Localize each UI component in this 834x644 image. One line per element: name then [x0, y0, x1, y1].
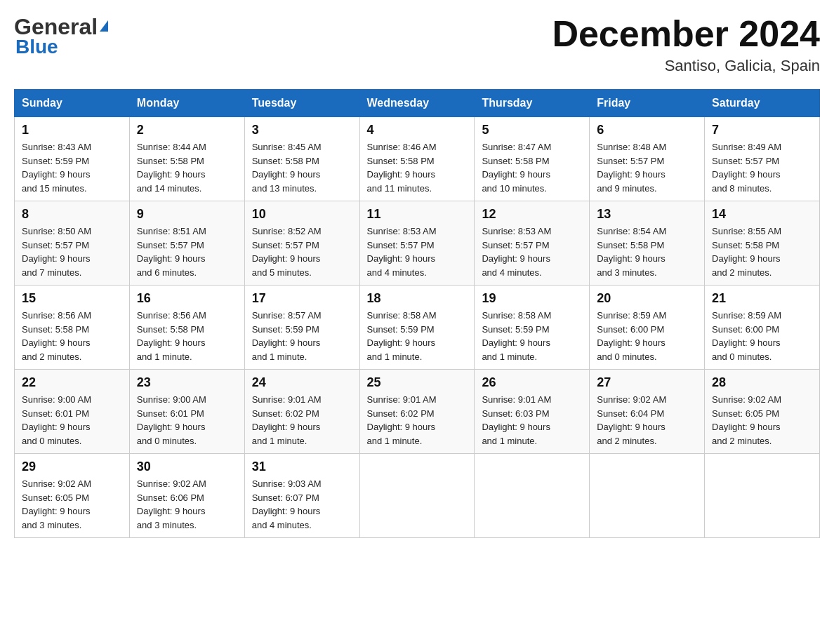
day-of-week-header: Saturday	[705, 90, 820, 117]
day-info: Sunrise: 9:02 AM Sunset: 6:04 PM Dayligh…	[597, 393, 697, 448]
day-number: 9	[137, 207, 237, 222]
calendar-day-cell: 15Sunrise: 8:56 AM Sunset: 5:58 PM Dayli…	[15, 286, 130, 370]
calendar-week-row: 1Sunrise: 8:43 AM Sunset: 5:59 PM Daylig…	[15, 117, 820, 201]
calendar-day-cell: 11Sunrise: 8:53 AM Sunset: 5:57 PM Dayli…	[359, 201, 475, 286]
calendar-day-cell: 13Sunrise: 8:54 AM Sunset: 5:58 PM Dayli…	[590, 201, 705, 286]
day-info: Sunrise: 8:56 AM Sunset: 5:58 PM Dayligh…	[137, 309, 237, 363]
calendar-week-row: 8Sunrise: 8:50 AM Sunset: 5:57 PM Daylig…	[15, 201, 820, 286]
calendar-day-cell: 8Sunrise: 8:50 AM Sunset: 5:57 PM Daylig…	[15, 201, 130, 286]
calendar-day-cell	[705, 454, 820, 538]
day-info: Sunrise: 9:02 AM Sunset: 6:06 PM Dayligh…	[137, 477, 237, 532]
day-info: Sunrise: 8:53 AM Sunset: 5:57 PM Dayligh…	[482, 224, 582, 279]
day-number: 29	[22, 459, 122, 474]
day-of-week-header: Tuesday	[244, 90, 359, 117]
day-number: 27	[597, 375, 697, 390]
day-number: 16	[137, 291, 237, 306]
day-of-week-header: Thursday	[475, 90, 590, 117]
calendar-day-cell: 29Sunrise: 9:02 AM Sunset: 6:05 PM Dayli…	[15, 454, 130, 538]
day-info: Sunrise: 9:00 AM Sunset: 6:01 PM Dayligh…	[137, 393, 237, 448]
day-info: Sunrise: 9:00 AM Sunset: 6:01 PM Dayligh…	[22, 393, 122, 448]
calendar-day-cell: 26Sunrise: 9:01 AM Sunset: 6:03 PM Dayli…	[475, 370, 590, 454]
day-info: Sunrise: 8:59 AM Sunset: 6:00 PM Dayligh…	[712, 309, 812, 363]
day-number: 25	[367, 375, 468, 390]
day-number: 11	[367, 207, 468, 222]
title-block: December 2024 Santiso, Galicia, Spain	[552, 14, 820, 75]
calendar-day-cell: 4Sunrise: 8:46 AM Sunset: 5:58 PM Daylig…	[359, 117, 475, 201]
calendar-week-row: 22Sunrise: 9:00 AM Sunset: 6:01 PM Dayli…	[15, 370, 820, 454]
day-number: 14	[712, 207, 812, 222]
calendar-day-cell: 7Sunrise: 8:49 AM Sunset: 5:57 PM Daylig…	[705, 117, 820, 201]
calendar-title: December 2024	[552, 14, 820, 54]
calendar-table: SundayMondayTuesdayWednesdayThursdayFrid…	[14, 89, 820, 538]
day-info: Sunrise: 9:03 AM Sunset: 6:07 PM Dayligh…	[252, 477, 352, 532]
day-info: Sunrise: 8:49 AM Sunset: 5:57 PM Dayligh…	[712, 140, 812, 195]
day-info: Sunrise: 8:50 AM Sunset: 5:57 PM Dayligh…	[22, 224, 122, 279]
calendar-day-cell: 9Sunrise: 8:51 AM Sunset: 5:57 PM Daylig…	[129, 201, 244, 286]
calendar-day-cell: 27Sunrise: 9:02 AM Sunset: 6:04 PM Dayli…	[590, 370, 705, 454]
day-info: Sunrise: 8:51 AM Sunset: 5:57 PM Dayligh…	[137, 224, 237, 279]
calendar-day-cell: 18Sunrise: 8:58 AM Sunset: 5:59 PM Dayli…	[359, 286, 475, 370]
calendar-day-cell: 14Sunrise: 8:55 AM Sunset: 5:58 PM Dayli…	[705, 201, 820, 286]
calendar-subtitle: Santiso, Galicia, Spain	[552, 57, 820, 75]
day-number: 4	[367, 123, 468, 137]
day-info: Sunrise: 8:55 AM Sunset: 5:58 PM Dayligh…	[712, 224, 812, 279]
day-info: Sunrise: 8:43 AM Sunset: 5:59 PM Dayligh…	[22, 140, 122, 195]
day-number: 23	[137, 375, 237, 390]
logo: General Blue	[14, 14, 108, 58]
day-number: 28	[712, 375, 812, 390]
calendar-day-cell: 22Sunrise: 9:00 AM Sunset: 6:01 PM Dayli…	[15, 370, 130, 454]
logo-blue-text: Blue	[15, 36, 58, 58]
day-info: Sunrise: 9:02 AM Sunset: 6:05 PM Dayligh…	[712, 393, 812, 448]
day-number: 31	[252, 459, 352, 474]
day-number: 17	[252, 291, 352, 306]
day-info: Sunrise: 9:01 AM Sunset: 6:02 PM Dayligh…	[252, 393, 352, 448]
day-info: Sunrise: 8:56 AM Sunset: 5:58 PM Dayligh…	[22, 309, 122, 363]
calendar-day-cell: 30Sunrise: 9:02 AM Sunset: 6:06 PM Dayli…	[129, 454, 244, 538]
calendar-day-cell: 28Sunrise: 9:02 AM Sunset: 6:05 PM Dayli…	[705, 370, 820, 454]
day-info: Sunrise: 8:58 AM Sunset: 5:59 PM Dayligh…	[367, 309, 468, 363]
day-of-week-header: Monday	[129, 90, 244, 117]
day-number: 8	[22, 207, 122, 222]
day-info: Sunrise: 8:46 AM Sunset: 5:58 PM Dayligh…	[367, 140, 468, 195]
calendar-day-cell	[590, 454, 705, 538]
day-number: 30	[137, 459, 237, 474]
day-info: Sunrise: 9:02 AM Sunset: 6:05 PM Dayligh…	[22, 477, 122, 532]
calendar-day-cell: 12Sunrise: 8:53 AM Sunset: 5:57 PM Dayli…	[475, 201, 590, 286]
day-number: 22	[22, 375, 122, 390]
calendar-day-cell: 20Sunrise: 8:59 AM Sunset: 6:00 PM Dayli…	[590, 286, 705, 370]
day-number: 18	[367, 291, 468, 306]
day-number: 15	[22, 291, 122, 306]
day-info: Sunrise: 8:52 AM Sunset: 5:57 PM Dayligh…	[252, 224, 352, 279]
day-number: 19	[482, 291, 582, 306]
day-number: 6	[597, 123, 697, 137]
day-info: Sunrise: 9:01 AM Sunset: 6:02 PM Dayligh…	[367, 393, 468, 448]
day-info: Sunrise: 8:58 AM Sunset: 5:59 PM Dayligh…	[482, 309, 582, 363]
day-info: Sunrise: 8:53 AM Sunset: 5:57 PM Dayligh…	[367, 224, 468, 279]
calendar-day-cell: 3Sunrise: 8:45 AM Sunset: 5:58 PM Daylig…	[244, 117, 359, 201]
day-info: Sunrise: 8:44 AM Sunset: 5:58 PM Dayligh…	[137, 140, 237, 195]
day-of-week-header: Friday	[590, 90, 705, 117]
day-number: 5	[482, 123, 582, 137]
day-number: 24	[252, 375, 352, 390]
day-number: 20	[597, 291, 697, 306]
calendar-day-cell: 10Sunrise: 8:52 AM Sunset: 5:57 PM Dayli…	[244, 201, 359, 286]
calendar-day-cell: 17Sunrise: 8:57 AM Sunset: 5:59 PM Dayli…	[244, 286, 359, 370]
day-of-week-header: Sunday	[15, 90, 130, 117]
day-of-week-header: Wednesday	[359, 90, 475, 117]
calendar-day-cell	[359, 454, 475, 538]
day-number: 7	[712, 123, 812, 137]
day-number: 21	[712, 291, 812, 306]
calendar-day-cell	[475, 454, 590, 538]
calendar-day-cell: 1Sunrise: 8:43 AM Sunset: 5:59 PM Daylig…	[15, 117, 130, 201]
day-number: 10	[252, 207, 352, 222]
calendar-header-row: SundayMondayTuesdayWednesdayThursdayFrid…	[15, 90, 820, 117]
day-number: 3	[252, 123, 352, 137]
day-info: Sunrise: 8:45 AM Sunset: 5:58 PM Dayligh…	[252, 140, 352, 195]
day-info: Sunrise: 9:01 AM Sunset: 6:03 PM Dayligh…	[482, 393, 582, 448]
calendar-day-cell: 16Sunrise: 8:56 AM Sunset: 5:58 PM Dayli…	[129, 286, 244, 370]
calendar-day-cell: 23Sunrise: 9:00 AM Sunset: 6:01 PM Dayli…	[129, 370, 244, 454]
calendar-week-row: 15Sunrise: 8:56 AM Sunset: 5:58 PM Dayli…	[15, 286, 820, 370]
day-info: Sunrise: 8:57 AM Sunset: 5:59 PM Dayligh…	[252, 309, 352, 363]
calendar-week-row: 29Sunrise: 9:02 AM Sunset: 6:05 PM Dayli…	[15, 454, 820, 538]
calendar-day-cell: 25Sunrise: 9:01 AM Sunset: 6:02 PM Dayli…	[359, 370, 475, 454]
